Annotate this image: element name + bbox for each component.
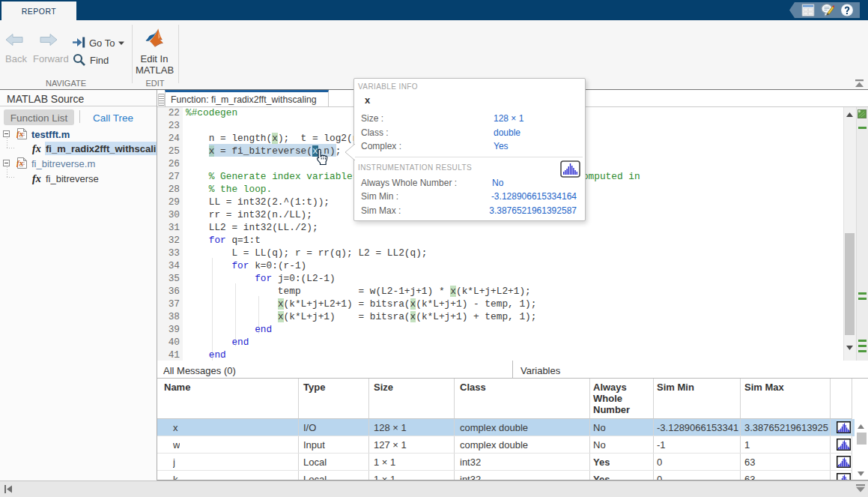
svg-text:fx: fx: [16, 158, 24, 167]
svg-text:fx: fx: [16, 129, 24, 138]
